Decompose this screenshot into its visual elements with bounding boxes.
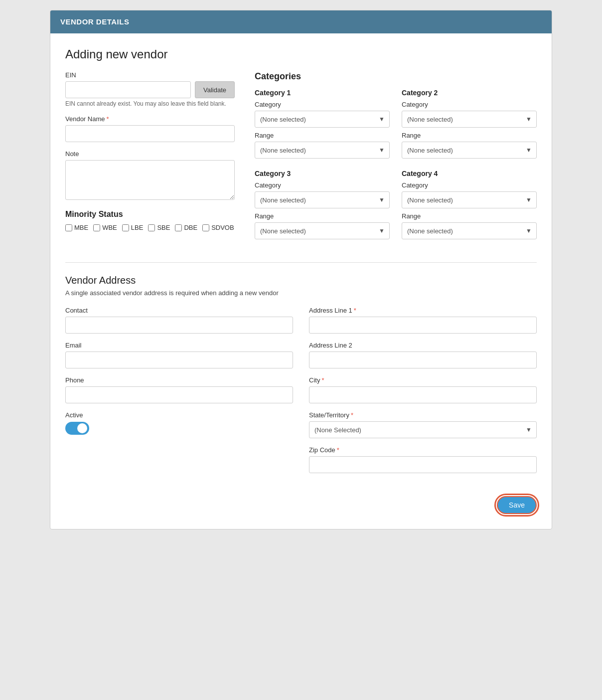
contact-group: Contact — [65, 307, 293, 334]
vendor-address-subtitle: A single associated vendor address is re… — [65, 289, 537, 297]
category-4-category-select[interactable]: (None selected) — [402, 191, 537, 208]
checkbox-wbe[interactable]: WBE — [93, 224, 117, 231]
category-2-title: Category 2 — [402, 89, 537, 97]
category-1-category-wrapper: (None selected) ▼ — [255, 111, 390, 128]
checkbox-wbe-input[interactable] — [93, 224, 100, 231]
checkbox-lbe-label: LBE — [131, 224, 144, 231]
vendor-name-label: Vendor Name* — [65, 115, 235, 123]
category-4-range-label: Range — [402, 212, 537, 220]
contact-input[interactable] — [65, 317, 293, 334]
address-line2-input[interactable] — [309, 351, 537, 368]
category-1-range-wrapper: (None selected) ▼ — [255, 142, 390, 159]
contact-label: Contact — [65, 307, 293, 314]
phone-group: Phone — [65, 376, 293, 403]
active-toggle-slider — [65, 422, 89, 435]
phone-label: Phone — [65, 376, 293, 384]
vendor-address-section: Vendor Address A single associated vendo… — [65, 275, 537, 481]
category-4-range-select[interactable]: (None selected) — [402, 222, 537, 239]
checkbox-dbe-label: DBE — [184, 224, 197, 231]
checkbox-sdvob-input[interactable] — [202, 224, 209, 231]
categories-grid: Category 1 Category (None selected) ▼ Ra… — [255, 89, 537, 250]
category-1-title: Category 1 — [255, 89, 390, 97]
vendor-name-required: * — [107, 115, 109, 123]
city-input[interactable] — [309, 386, 537, 403]
address-line1-group: Address Line 1* — [309, 307, 537, 334]
checkbox-wbe-label: WBE — [102, 224, 117, 231]
state-group: State/Territory* (None Selected) ▼ — [309, 411, 537, 438]
category-4-category-wrapper: (None selected) ▼ — [402, 191, 537, 208]
category-3-title: Category 3 — [255, 170, 390, 177]
save-button[interactable]: Save — [497, 496, 537, 514]
active-toggle-wrapper — [65, 422, 293, 435]
window-header: VENDOR DETAILS — [50, 10, 552, 33]
city-label: City* — [309, 376, 537, 384]
section-divider — [65, 262, 537, 263]
state-select[interactable]: (None Selected) — [309, 421, 537, 438]
zip-label: Zip Code* — [309, 446, 537, 454]
checkbox-mbe-input[interactable] — [65, 224, 72, 231]
category-2-category-select[interactable]: (None selected) — [402, 111, 537, 128]
checkbox-sbe-input[interactable] — [148, 224, 155, 231]
category-4-range-wrapper: (None selected) ▼ — [402, 222, 537, 239]
email-input[interactable] — [65, 351, 293, 368]
checkbox-lbe[interactable]: LBE — [122, 224, 144, 231]
note-input[interactable] — [65, 160, 235, 200]
zip-required: * — [337, 446, 339, 454]
zip-group: Zip Code* — [309, 446, 537, 473]
ein-row: Validate — [65, 81, 235, 98]
address-left-col: Contact Email Phone Active — [65, 307, 293, 481]
state-select-wrapper: (None Selected) ▼ — [309, 421, 537, 438]
category-2-category-label: Category — [402, 101, 537, 108]
active-toggle[interactable] — [65, 422, 89, 435]
category-4-title: Category 4 — [402, 170, 537, 177]
right-panel: Categories Category 1 Category (None sel… — [255, 71, 537, 250]
checkbox-dbe-input[interactable] — [175, 224, 182, 231]
category-1-range-select[interactable]: (None selected) — [255, 142, 390, 159]
state-required: * — [351, 411, 353, 419]
ein-hint: EIN cannot already exist. You may also l… — [65, 100, 235, 107]
category-3-range-label: Range — [255, 212, 390, 220]
category-3-category-select[interactable]: (None selected) — [255, 191, 390, 208]
category-1-group: Category 1 Category (None selected) ▼ Ra… — [255, 89, 390, 163]
minority-status-section: Minority Status MBE WBE LBE — [65, 210, 235, 231]
save-area: Save — [65, 496, 537, 514]
ein-label: EIN — [65, 71, 235, 79]
validate-button[interactable]: Validate — [195, 81, 235, 98]
ein-input[interactable] — [65, 81, 191, 98]
category-3-range-select[interactable]: (None selected) — [255, 222, 390, 239]
checkbox-mbe[interactable]: MBE — [65, 224, 88, 231]
category-2-group: Category 2 Category (None selected) ▼ Ra… — [402, 89, 537, 163]
address-line2-group: Address Line 2 — [309, 342, 537, 368]
category-1-category-select[interactable]: (None selected) — [255, 111, 390, 128]
category-4-category-label: Category — [402, 181, 537, 189]
ein-group: EIN Validate EIN cannot already exist. Y… — [65, 71, 235, 107]
vendor-name-group: Vendor Name* — [65, 115, 235, 142]
category-2-range-select[interactable]: (None selected) — [402, 142, 537, 159]
address-line1-input[interactable] — [309, 317, 537, 334]
state-label: State/Territory* — [309, 411, 537, 419]
minority-status-title: Minority Status — [65, 210, 235, 219]
city-group: City* — [309, 376, 537, 403]
category-1-range-label: Range — [255, 132, 390, 139]
category-3-category-label: Category — [255, 181, 390, 189]
checkbox-mbe-label: MBE — [74, 224, 88, 231]
main-layout: EIN Validate EIN cannot already exist. Y… — [65, 71, 537, 250]
email-label: Email — [65, 342, 293, 349]
address-line2-label: Address Line 2 — [309, 342, 537, 349]
note-label: Note — [65, 150, 235, 158]
category-4-group: Category 4 Category (None selected) ▼ Ra… — [402, 170, 537, 243]
vendor-name-input[interactable] — [65, 125, 235, 142]
categories-title: Categories — [255, 71, 537, 82]
category-2-category-wrapper: (None selected) ▼ — [402, 111, 537, 128]
zip-input[interactable] — [309, 456, 537, 473]
checkbox-sdvob[interactable]: SDVOB — [202, 224, 234, 231]
checkbox-sbe[interactable]: SBE — [148, 224, 170, 231]
window-title: VENDOR DETAILS — [60, 17, 129, 26]
active-group: Active — [65, 411, 293, 435]
checkbox-dbe[interactable]: DBE — [175, 224, 197, 231]
category-3-category-wrapper: (None selected) ▼ — [255, 191, 390, 208]
checkbox-sdvob-label: SDVOB — [211, 224, 234, 231]
phone-input[interactable] — [65, 386, 293, 403]
window-body: Adding new vendor EIN Validate EIN canno… — [50, 33, 552, 529]
checkbox-lbe-input[interactable] — [122, 224, 129, 231]
